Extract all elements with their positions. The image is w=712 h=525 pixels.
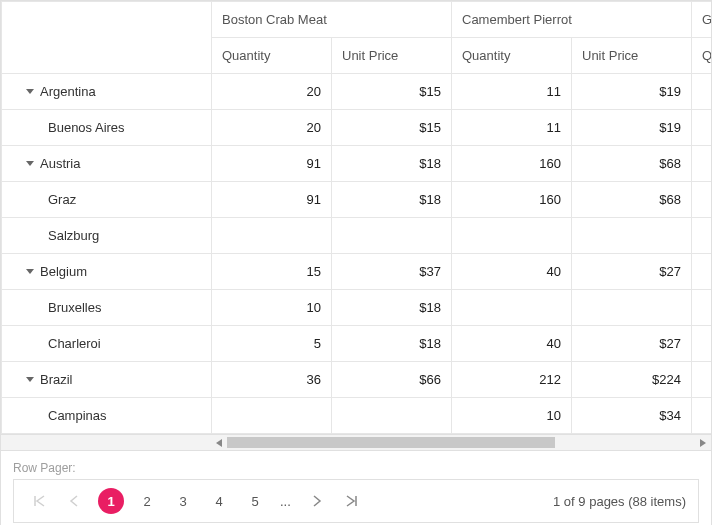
column-sub-header[interactable]: Unit Price bbox=[572, 38, 692, 74]
table-row: Buenos Aires20$1511$19 bbox=[2, 110, 712, 146]
pivot-grid: Boston Crab Meat Camembert Pierrot G Qua… bbox=[0, 0, 712, 525]
value-cell: $18 bbox=[332, 146, 452, 182]
row-pager: 12345... 1 of 9 pages (88 items) bbox=[13, 479, 699, 523]
value-cell: $66 bbox=[332, 362, 452, 398]
value-cell bbox=[692, 326, 712, 362]
value-cell: $19 bbox=[572, 110, 692, 146]
column-group-header[interactable]: Camembert Pierrot bbox=[452, 2, 692, 38]
value-cell: 40 bbox=[452, 254, 572, 290]
row-label: Austria bbox=[40, 156, 80, 171]
value-cell: 20 bbox=[212, 110, 332, 146]
column-sub-header[interactable]: Quantity bbox=[212, 38, 332, 74]
value-cell: $15 bbox=[332, 110, 452, 146]
table-row: Graz91$18160$68 bbox=[2, 182, 712, 218]
value-cell bbox=[692, 182, 712, 218]
value-cell: 160 bbox=[452, 146, 572, 182]
chevron-down-icon[interactable] bbox=[26, 377, 34, 382]
chevron-down-icon[interactable] bbox=[26, 161, 34, 166]
value-cell bbox=[332, 218, 452, 254]
table-row: Austria91$18160$68 bbox=[2, 146, 712, 182]
row-page-ellipsis[interactable]: ... bbox=[278, 494, 293, 509]
row-last-page-button[interactable] bbox=[339, 488, 365, 514]
row-city[interactable]: Charleroi bbox=[2, 326, 212, 362]
value-cell: $18 bbox=[332, 182, 452, 218]
value-cell bbox=[692, 218, 712, 254]
column-group-header[interactable]: G bbox=[692, 2, 712, 38]
row-city[interactable]: Graz bbox=[2, 182, 212, 218]
value-cell bbox=[692, 362, 712, 398]
value-cell: 91 bbox=[212, 146, 332, 182]
grid-scroll-container: Boston Crab Meat Camembert Pierrot G Qua… bbox=[1, 1, 711, 434]
value-cell bbox=[692, 290, 712, 326]
value-cell: $37 bbox=[332, 254, 452, 290]
value-cell: $68 bbox=[572, 146, 692, 182]
table-row: Argentina20$1511$19 bbox=[2, 74, 712, 110]
value-cell: $27 bbox=[572, 326, 692, 362]
value-cell: 10 bbox=[452, 398, 572, 434]
scroll-left-arrow-icon[interactable] bbox=[211, 435, 227, 451]
column-group-header[interactable]: Boston Crab Meat bbox=[212, 2, 452, 38]
row-city[interactable]: Salzburg bbox=[2, 218, 212, 254]
value-cell: $34 bbox=[572, 398, 692, 434]
row-page-number-button[interactable]: 4 bbox=[206, 488, 232, 514]
row-page-number-button[interactable]: 3 bbox=[170, 488, 196, 514]
row-expand-country[interactable]: Austria bbox=[2, 146, 212, 182]
pager-section: Row Pager: 12345... 1 of 9 pages (88 ite… bbox=[1, 450, 711, 525]
table-row: Campinas10$34 bbox=[2, 398, 712, 434]
row-label: Salzburg bbox=[12, 228, 99, 243]
value-cell: 160 bbox=[452, 182, 572, 218]
scrollbar-thumb[interactable] bbox=[227, 437, 555, 448]
table-row: Salzburg bbox=[2, 218, 712, 254]
row-pager-info: 1 of 9 pages (88 items) bbox=[553, 494, 686, 509]
row-label: Graz bbox=[12, 192, 76, 207]
value-cell: $224 bbox=[572, 362, 692, 398]
row-expand-country[interactable]: Argentina bbox=[2, 74, 212, 110]
column-sub-header[interactable]: Quantity bbox=[452, 38, 572, 74]
value-cell: 15 bbox=[212, 254, 332, 290]
value-cell bbox=[692, 74, 712, 110]
row-expand-country[interactable]: Brazil bbox=[2, 362, 212, 398]
row-label: Buenos Aires bbox=[12, 120, 125, 135]
value-cell: $15 bbox=[332, 74, 452, 110]
table-row: Bruxelles10$18 bbox=[2, 290, 712, 326]
value-cell bbox=[692, 146, 712, 182]
row-pager-label: Row Pager: bbox=[13, 461, 699, 475]
row-prev-page-button[interactable] bbox=[62, 488, 88, 514]
scrollbar-track[interactable] bbox=[227, 437, 695, 448]
value-cell: $68 bbox=[572, 182, 692, 218]
value-cell: $18 bbox=[332, 290, 452, 326]
value-cell bbox=[452, 290, 572, 326]
chevron-down-icon[interactable] bbox=[26, 89, 34, 94]
value-cell: $18 bbox=[332, 326, 452, 362]
table-row: Charleroi5$1840$27 bbox=[2, 326, 712, 362]
row-city[interactable]: Bruxelles bbox=[2, 290, 212, 326]
value-cell: 212 bbox=[452, 362, 572, 398]
row-label: Argentina bbox=[40, 84, 96, 99]
column-sub-header[interactable]: Unit Price bbox=[332, 38, 452, 74]
column-sub-header[interactable]: Q bbox=[692, 38, 712, 74]
table-row: Brazil36$66212$224 bbox=[2, 362, 712, 398]
value-cell: 36 bbox=[212, 362, 332, 398]
value-cell: 10 bbox=[212, 290, 332, 326]
row-expand-country[interactable]: Belgium bbox=[2, 254, 212, 290]
row-city[interactable]: Campinas bbox=[2, 398, 212, 434]
row-first-page-button[interactable] bbox=[26, 488, 52, 514]
row-next-page-button[interactable] bbox=[303, 488, 329, 514]
table-row: Belgium15$3740$27 bbox=[2, 254, 712, 290]
value-cell bbox=[572, 290, 692, 326]
chevron-down-icon[interactable] bbox=[26, 269, 34, 274]
pivot-corner-cell bbox=[2, 2, 212, 74]
value-cell: $19 bbox=[572, 74, 692, 110]
row-page-number-button[interactable]: 2 bbox=[134, 488, 160, 514]
value-cell: 91 bbox=[212, 182, 332, 218]
row-label: Brazil bbox=[40, 372, 73, 387]
row-label: Belgium bbox=[40, 264, 87, 279]
value-cell: $27 bbox=[572, 254, 692, 290]
row-city[interactable]: Buenos Aires bbox=[2, 110, 212, 146]
value-cell: 40 bbox=[452, 326, 572, 362]
row-label: Charleroi bbox=[12, 336, 101, 351]
row-page-number-button[interactable]: 5 bbox=[242, 488, 268, 514]
row-page-number-button[interactable]: 1 bbox=[98, 488, 124, 514]
scroll-right-arrow-icon[interactable] bbox=[695, 435, 711, 451]
horizontal-scrollbar[interactable] bbox=[1, 434, 711, 450]
